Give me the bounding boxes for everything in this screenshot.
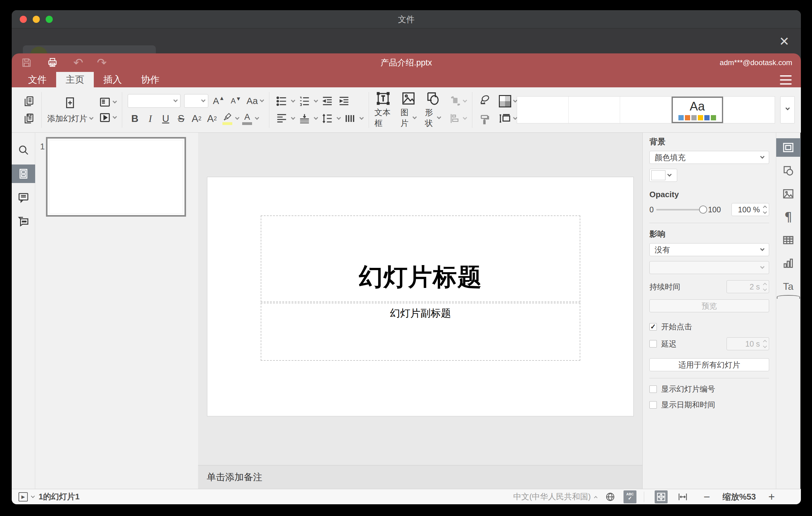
theme-gallery: Aa: [517, 96, 775, 123]
duration-label: 持续时间: [649, 282, 680, 292]
zoom-in-icon[interactable]: +: [766, 490, 777, 503]
copy-icon[interactable]: [22, 94, 36, 108]
chat-icon[interactable]: [12, 212, 35, 231]
insert-image-button[interactable]: 图片: [401, 91, 416, 129]
app-window: 文件 ✕ ↶ ↷ 产品介绍.pptx adm***@dootask.com: [12, 10, 801, 504]
apply-to-all-slides-button[interactable]: 适用于所有幻灯片: [649, 358, 769, 371]
font-size-select[interactable]: [184, 94, 208, 108]
theme-item[interactable]: [723, 96, 775, 123]
host-app-strip: ✕: [12, 28, 801, 53]
opacity-spinner[interactable]: 100 %: [731, 203, 769, 216]
set-language-globe-icon[interactable]: [604, 490, 617, 503]
close-icon[interactable]: ✕: [777, 34, 792, 49]
delay-checkbox[interactable]: [649, 340, 657, 347]
strikethrough-icon[interactable]: S: [174, 111, 188, 125]
theme-colors-icon[interactable]: [499, 95, 517, 107]
slide-thumbnail[interactable]: [46, 137, 186, 217]
start-on-click-row[interactable]: ✓ 开始点击: [649, 322, 769, 332]
shape-settings-icon[interactable]: [776, 162, 801, 180]
underline-icon[interactable]: U: [158, 111, 173, 125]
arrange-shape-icon[interactable]: [449, 95, 466, 107]
zoom-out-icon[interactable]: −: [701, 490, 712, 503]
delay-row: 延迟 10 s: [649, 337, 769, 350]
horizontal-align-icon[interactable]: [275, 112, 288, 125]
copy-style-icon[interactable]: [478, 113, 491, 126]
image-settings-icon[interactable]: [776, 184, 801, 203]
preview-options-chevron-icon[interactable]: [31, 494, 35, 498]
increase-font-icon[interactable]: A▲: [212, 94, 226, 108]
bullet-list-icon[interactable]: [275, 94, 288, 108]
chart-settings-icon[interactable]: [776, 254, 801, 273]
start-preview-icon[interactable]: ▶: [19, 492, 28, 501]
slide-layout-button[interactable]: [99, 96, 116, 108]
search-icon[interactable]: [12, 141, 35, 159]
superscript-icon[interactable]: A2: [190, 111, 204, 125]
theme-item[interactable]: [569, 96, 620, 123]
insert-shape-button[interactable]: 形状: [425, 91, 440, 129]
increase-indent-icon[interactable]: [337, 94, 351, 108]
add-slide-icon[interactable]: [63, 96, 77, 110]
delay-spinner[interactable]: 10 s: [727, 337, 769, 350]
decrease-indent-icon[interactable]: [321, 94, 334, 108]
font-name-select[interactable]: [128, 94, 180, 108]
paragraph-settings-icon[interactable]: ¶: [776, 208, 801, 226]
theme-item-selected[interactable]: Aa: [672, 96, 723, 123]
show-date-time-row[interactable]: 显示日期和时间: [649, 400, 769, 410]
effect-select[interactable]: 没有: [649, 243, 769, 256]
start-on-click-checkbox[interactable]: ✓: [649, 323, 657, 331]
font-color-icon[interactable]: A: [240, 111, 254, 125]
menu-icon[interactable]: [780, 75, 792, 85]
theme-item[interactable]: [517, 96, 569, 123]
bold-icon[interactable]: B: [128, 111, 142, 125]
numbered-list-icon[interactable]: [298, 94, 311, 108]
start-slideshow-button[interactable]: [99, 112, 116, 123]
slides-panel-icon[interactable]: [12, 165, 35, 183]
show-date-time-checkbox[interactable]: [649, 401, 657, 409]
title-placeholder[interactable]: 幻灯片标题: [261, 216, 580, 302]
slide-settings-icon[interactable]: [776, 138, 801, 157]
clear-style-icon[interactable]: [478, 93, 491, 107]
notes-area[interactable]: 单击添加备注: [198, 465, 642, 489]
add-slide-button[interactable]: 添加幻灯片: [47, 113, 93, 124]
subtitle-placeholder[interactable]: 幻灯片副标题: [261, 303, 580, 361]
align-shape-icon[interactable]: [449, 113, 466, 124]
show-slide-number-row[interactable]: 显示幻灯片编号: [649, 384, 769, 394]
background-fill-select[interactable]: 颜色填充: [649, 151, 769, 164]
paste-icon[interactable]: [22, 112, 36, 125]
notes-placeholder: 单击添加备注: [207, 471, 262, 484]
comments-icon[interactable]: [12, 188, 35, 207]
table-settings-icon[interactable]: [776, 231, 801, 249]
line-spacing-icon[interactable]: [321, 112, 334, 125]
columns-icon[interactable]: [343, 112, 357, 125]
duration-spinner[interactable]: 2 s: [727, 280, 769, 293]
tab-home[interactable]: 主页: [56, 72, 94, 87]
tab-insert[interactable]: 插入: [94, 72, 132, 87]
theme-item[interactable]: [620, 96, 672, 123]
fit-slide-icon[interactable]: [655, 490, 668, 503]
background-color-picker[interactable]: [649, 169, 677, 182]
highlight-color-icon[interactable]: [220, 111, 234, 125]
insert-textbox-button[interactable]: 文本框: [375, 91, 392, 129]
opacity-slider[interactable]: [656, 209, 703, 210]
show-slide-number-checkbox[interactable]: [649, 385, 657, 393]
slide-size-icon[interactable]: [499, 112, 517, 125]
change-case-icon[interactable]: Aa: [246, 94, 263, 108]
editor-canvas[interactable]: 幻灯片标题 幻灯片副标题: [198, 133, 642, 465]
opacity-slider-handle[interactable]: [699, 205, 707, 213]
theme-gallery-expand-button[interactable]: [780, 96, 795, 123]
tab-collaboration[interactable]: 协作: [132, 72, 169, 87]
vertical-align-icon[interactable]: [298, 112, 311, 125]
text-art-settings-icon[interactable]: Ta: [776, 277, 801, 296]
italic-icon[interactable]: I: [143, 111, 157, 125]
slide-title-text: 幻灯片标题: [359, 261, 482, 293]
effect-type-select[interactable]: [649, 261, 769, 274]
tab-file[interactable]: 文件: [19, 72, 56, 87]
slide-thumbnail-number: 1: [40, 142, 45, 151]
document-language-button[interactable]: 中文(中华人民共和国): [513, 491, 597, 502]
slide-canvas[interactable]: 幻灯片标题 幻灯片副标题: [207, 177, 634, 416]
fit-width-icon[interactable]: [676, 490, 689, 503]
decrease-font-icon[interactable]: A▼: [229, 94, 243, 108]
spell-checking-icon[interactable]: ABC ✓: [624, 490, 636, 503]
preview-button[interactable]: 预览: [649, 299, 769, 312]
subscript-icon[interactable]: A2: [205, 111, 219, 125]
